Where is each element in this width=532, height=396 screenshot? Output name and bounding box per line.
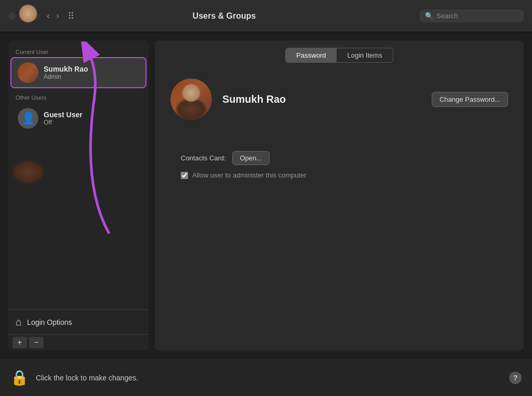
login-options-label: Login Options — [27, 318, 72, 326]
current-user-item[interactable]: Sumukh Rao Admin — [11, 58, 145, 87]
help-button[interactable]: ? — [509, 372, 522, 384]
login-options-button[interactable]: ⌂ Login Options — [8, 310, 149, 334]
user-avatar-large — [170, 78, 212, 120]
tab-login-items[interactable]: Login Items — [337, 48, 393, 63]
lock-icon[interactable]: 🔒 — [10, 369, 29, 386]
bottom-bar: 🔒 Click the lock to make changes. ? — [0, 359, 532, 396]
sidebar-bottom: ⌂ Login Options + − — [8, 309, 149, 350]
lock-text: Click the lock to make changes. — [36, 374, 502, 382]
sidebar-toolbar: + − — [8, 334, 149, 350]
change-password-button[interactable]: Change Password... — [432, 92, 508, 107]
search-box[interactable]: 🔍 — [420, 9, 524, 22]
remove-user-button[interactable]: − — [29, 337, 44, 348]
add-user-button[interactable]: + — [12, 337, 27, 348]
house-icon: ⌂ — [16, 316, 22, 328]
search-input[interactable] — [436, 12, 518, 20]
current-user-avatar — [18, 62, 38, 83]
sidebar: Current User Sumukh Rao Admin Other User… — [8, 40, 149, 350]
user-avatar-large-image — [170, 78, 212, 120]
search-icon: 🔍 — [425, 12, 433, 20]
current-user-avatar-image — [18, 62, 38, 83]
sidebar-list: Current User Sumukh Rao Admin Other User… — [8, 40, 149, 309]
main-content: Current User Sumukh Rao Admin Other User… — [0, 32, 532, 359]
